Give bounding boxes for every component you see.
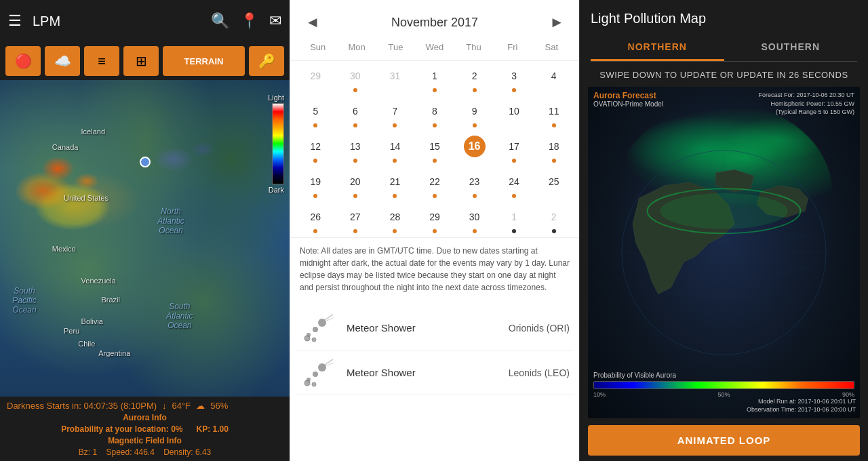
calendar-prev-button[interactable]: ◄ [298,11,327,34]
calendar-day-19[interactable]: 19 [296,167,336,202]
search-icon[interactable]: 🔍 [211,12,229,30]
probability-legend-title: Probability of Visible Aurora [593,372,854,379]
svg-point-5 [304,336,310,341]
calendar-day-27[interactable]: 27 [336,202,376,237]
calendar-day-10[interactable]: 10 [494,96,534,132]
aurora-map-container: Aurora Forecast OVATION-Prime Model Fore… [588,87,860,418]
calendar-dot [552,229,556,233]
location-icon[interactable]: 📍 [240,12,258,30]
event-item-0[interactable]: Meteor ShowerOrionids (ORI) [296,306,574,350]
calendar-day-22[interactable]: 22 [415,167,455,202]
aurora-model-subtitle: OVATION-Prime Model [593,100,663,108]
svg-point-13 [312,382,316,386]
calendar-day-12[interactable]: 12 [296,132,336,167]
calendar-dot [512,88,516,92]
calendar-dot [433,194,437,198]
temperature-value: 64°F [172,401,191,411]
event-detail-0: Orionids (ORI) [509,323,570,334]
calendar-day-15[interactable]: 15 [415,132,455,167]
calendar-day-9[interactable]: 9 [454,96,494,132]
aurora-panel: Light Pollution Map NORTHERN SOUTHERN SW… [579,0,868,461]
calendar-day-31[interactable]: 31 [375,61,415,96]
hemisphere-power-text: Hemispheric Power: 10.55 GW [758,100,854,108]
pollution-overlay [0,80,290,397]
terrain-button[interactable]: TERRAIN [163,46,245,76]
calendar-day-5[interactable]: 5 [296,96,336,132]
svg-point-1 [313,327,318,332]
calendar-day-29[interactable]: 29 [296,61,336,96]
calendar-day-1[interactable]: 1 [494,202,534,237]
calendar-day-14[interactable]: 14 [375,132,415,167]
calendar-day-7[interactable]: 7 [375,96,415,132]
menu-icon[interactable]: ☰ [8,12,22,30]
cloud-button[interactable]: ☁️ [45,46,80,76]
map-legend: Light Dark [268,94,284,194]
calendar-day-25[interactable]: 25 [534,167,574,202]
calendar-day-1[interactable]: 1 [415,61,455,96]
calendar-dot [313,229,317,233]
calendar-day-28[interactable]: 28 [375,202,415,237]
key-button[interactable]: 🔑 [249,46,284,76]
svg-point-12 [304,380,310,386]
calendar-day-29[interactable]: 29 [415,202,455,237]
weekday-fri: Fri [493,42,532,52]
calendar-day-3[interactable]: 3 [494,61,534,96]
calendar-dot [512,229,516,233]
footer-darkness-row: Darkness Starts in: 04:07:35 (8:10PM) ↓ … [7,401,283,411]
calendar-day-4[interactable]: 4 [534,61,574,96]
calendar-day-11[interactable]: 11 [534,96,574,132]
calendar-weekdays: Sun Mon Tue Wed Thu Fri Sat [298,39,571,55]
calendar-dot-empty [512,123,516,127]
footer-aurora-data: Probability at your location: 0% KP: 1.0… [7,424,283,434]
layer-circle-button[interactable]: 🔴 [5,46,41,76]
calendar-day-17[interactable]: 17 [494,132,534,167]
tab-northern[interactable]: NORTHERN [591,35,724,61]
aurora-body: SWIPE DOWN TO UPDATE OR UPDATE IN 26 SEC… [580,62,868,461]
calendar-day-20[interactable]: 20 [336,167,376,202]
calendar-day-8[interactable]: 8 [415,96,455,132]
calendar-day-18[interactable]: 18 [534,132,574,167]
calendar-day-2[interactable]: 2 [454,61,494,96]
calendar-dot [353,88,357,92]
calendar-dot [433,229,437,233]
event-item-1[interactable]: Meteor ShowerLeonids (LEO) [296,350,574,395]
calendar-day-30[interactable]: 30 [336,61,376,96]
calendar-dot [313,123,317,127]
aurora-header: Light Pollution Map NORTHERN SOUTHERN [580,0,868,62]
calendar-next-button[interactable]: ► [542,11,571,34]
map-area[interactable]: Iceland Canada United States Mexico Vene… [0,80,290,397]
event-name-0: Meteor Shower [347,322,499,334]
tab-southern[interactable]: SOUTHERN [724,35,858,61]
calendar-day-13[interactable]: 13 [336,132,376,167]
calendar-day-2[interactable]: 2 [534,202,574,237]
calendar-day-16[interactable]: 16 [454,132,494,167]
calendar-day-21[interactable]: 21 [375,167,415,202]
magnetic-speed: Speed: 446.4 [106,447,154,457]
weekday-tue: Tue [376,42,415,52]
calendar-dot [353,159,357,163]
calendar-day-30[interactable]: 30 [454,202,494,237]
aurora-globe-svg [588,87,860,418]
map-toolbar: 🔴 ☁️ ≡ ⊞ TERRAIN 🔑 [0,42,290,80]
forecast-for-text: Forecast For: 2017-10-06 20:30 UT [758,91,854,100]
calendar-dot [473,123,477,127]
weekday-sun: Sun [298,42,337,52]
magnetic-density: Density: 6.43 [163,447,211,457]
calendar-dot [552,123,556,127]
calendar-day-26[interactable]: 26 [296,202,336,237]
map-footer: Darkness Starts in: 04:07:35 (8:10PM) ↓ … [0,397,290,461]
calendar-day-24[interactable]: 24 [494,167,534,202]
checkerboard-button[interactable]: ⊞ [123,46,159,76]
mail-icon[interactable]: ✉ [269,12,281,30]
map-app-title: LPM [33,14,200,29]
calendar-panel: ◄ November 2017 ► Sun Mon Tue Wed Thu Fr… [290,0,579,461]
magnetic-bz: Bz: 1 [79,447,97,457]
event-detail-1: Leonids (LEO) [509,367,570,378]
grid-button[interactable]: ≡ [84,46,119,76]
event-list: Meteor ShowerOrionids (ORI) Meteor Showe… [290,300,579,401]
calendar-month-title: November 2017 [391,16,478,30]
calendar-day-6[interactable]: 6 [336,96,376,132]
calendar-day-23[interactable]: 23 [454,167,494,202]
animated-loop-button[interactable]: ANIMATED LOOP [588,425,860,456]
aurora-map-footer: Model Run at: 2017-10-06 20:01 UT Observ… [747,397,856,414]
